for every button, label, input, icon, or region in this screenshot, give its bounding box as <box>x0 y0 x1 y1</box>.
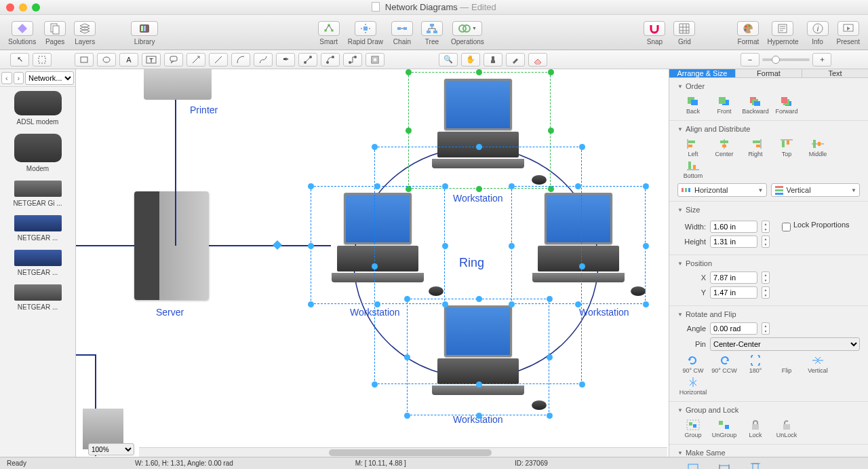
horizontal-scrollbar[interactable] <box>139 447 667 457</box>
same-height-button[interactable]: Height <box>740 461 771 469</box>
y-field[interactable] <box>710 286 757 299</box>
snap-button[interactable]: Snap <box>639 20 669 45</box>
width-stepper[interactable]: ▲▼ <box>762 221 770 233</box>
order-backward-button[interactable]: Backward <box>740 94 771 116</box>
textbox-tool[interactable]: T <box>142 53 161 67</box>
tab-text[interactable]: Text <box>802 69 868 77</box>
document-icon <box>372 2 380 12</box>
connector2-tool[interactable] <box>321 53 340 67</box>
stamp-tool[interactable] <box>484 53 502 67</box>
rotate-180-button[interactable]: 180° <box>740 354 771 375</box>
grid-button[interactable]: Grid <box>669 20 699 45</box>
rotate-cw-button[interactable]: 90° CW <box>677 354 709 375</box>
ellipse-tool[interactable] <box>97 53 116 67</box>
info-button[interactable]: iInfo <box>803 20 833 45</box>
connector1-tool[interactable] <box>298 53 317 67</box>
height-field[interactable] <box>710 236 757 248</box>
same-width-button[interactable]: Width <box>709 461 740 469</box>
tab-format[interactable]: Format <box>736 69 802 77</box>
hand-tool[interactable]: ✋ <box>461 53 480 67</box>
order-forward-button[interactable]: Forward <box>771 94 802 116</box>
pointer-tool[interactable]: ↖ <box>10 53 29 67</box>
printer-node[interactable] <box>144 69 212 100</box>
align-left-button[interactable]: Left <box>677 137 709 159</box>
width-field[interactable] <box>710 221 757 233</box>
library-back-button[interactable]: ‹ <box>1 72 12 84</box>
x-field[interactable] <box>710 271 757 284</box>
library-button[interactable]: Library <box>127 20 162 45</box>
format-button[interactable]: Format <box>733 20 763 45</box>
container-tool[interactable] <box>366 53 384 67</box>
zoom-out-button[interactable]: − <box>741 53 760 67</box>
drawing-canvas[interactable]: Printer Server Ring Workstation Workstat… <box>76 69 669 457</box>
pages-button[interactable]: Pages <box>40 20 70 45</box>
flip-horizontal-button[interactable]: Horizontal <box>677 375 709 397</box>
smart-button[interactable]: Smart <box>314 20 344 45</box>
align-right-button[interactable]: Right <box>740 137 771 159</box>
arc-tool[interactable] <box>231 53 250 67</box>
shape-netgear-4[interactable]: NETGEAR ... <box>0 284 75 311</box>
rect-tool[interactable] <box>75 53 94 67</box>
pin-select[interactable]: Center-Center <box>710 337 860 351</box>
tree-button[interactable]: Tree <box>417 20 447 45</box>
tab-arrange[interactable]: Arrange & Size <box>669 69 736 77</box>
angle-stepper[interactable]: ▲▼ <box>762 322 770 335</box>
library-selector[interactable]: Network... <box>25 71 74 85</box>
zoom-tool[interactable]: 🔍 <box>439 53 458 67</box>
ungroup-button[interactable]: UnGroup <box>709 418 740 440</box>
height-stepper[interactable]: ▲▼ <box>762 236 770 248</box>
same-size-button[interactable]: Size <box>677 461 709 469</box>
server-node[interactable] <box>134 191 209 300</box>
hypernote-button[interactable]: Hypernote <box>763 20 802 45</box>
shape-list[interactable]: ADSL modem Modem NETGEAR Gi ... NETGEAR … <box>0 87 75 457</box>
shape-toolbar: ↖ A T ✒ 🔍 ✋ − ＋ <box>0 50 868 69</box>
angle-field[interactable] <box>710 322 757 335</box>
distribute-horizontal-select[interactable]: Horizontal▼ <box>677 183 767 197</box>
layers-button[interactable]: Layers <box>70 20 100 45</box>
callout-tool[interactable] <box>164 53 183 67</box>
eyedropper-tool[interactable] <box>506 53 525 67</box>
x-stepper[interactable]: ▲▼ <box>762 271 770 284</box>
order-front-button[interactable]: Front <box>709 94 740 116</box>
lock-proportions-checkbox[interactable] <box>782 223 791 231</box>
align-top-button[interactable]: Top <box>771 137 802 159</box>
present-button[interactable]: Present <box>833 20 864 45</box>
y-stepper[interactable]: ▲▼ <box>762 286 770 299</box>
line-tool[interactable] <box>209 53 228 67</box>
library-forward-button[interactable]: › <box>14 72 24 84</box>
align-middle-button[interactable]: Middle <box>802 137 833 159</box>
minimize-window-button[interactable] <box>19 3 27 12</box>
zoom-slider[interactable] <box>762 58 810 61</box>
marquee-tool[interactable] <box>33 53 52 67</box>
zoom-in-button[interactable]: ＋ <box>812 53 831 67</box>
operations-button[interactable]: ▼Operations <box>447 20 488 45</box>
group-button[interactable]: Group <box>677 418 709 440</box>
window-controls[interactable] <box>6 3 40 12</box>
text-tool[interactable]: A <box>119 53 138 67</box>
lock-button[interactable]: Lock <box>740 418 771 440</box>
pen-tool[interactable]: ✒ <box>276 53 295 67</box>
rapid-draw-button[interactable]: Rapid Draw <box>344 20 387 45</box>
shape-netgear-2[interactable]: NETGEAR ... <box>0 215 75 242</box>
chain-button[interactable]: Chain <box>387 20 417 45</box>
distribute-vertical-select[interactable]: Vertical▼ <box>771 183 861 197</box>
arrow-tool[interactable] <box>186 53 205 67</box>
zoom-level-select[interactable]: 100% <box>88 443 134 455</box>
zoom-window-button[interactable] <box>32 3 40 12</box>
flip-vertical-button[interactable]: Vertical <box>802 354 833 375</box>
solutions-button[interactable]: Solutions <box>4 20 40 45</box>
rotate-ccw-button[interactable]: 90° CCW <box>709 354 740 375</box>
shape-netgear-3[interactable]: NETGEAR ... <box>0 250 75 276</box>
eraser-tool[interactable] <box>528 53 547 67</box>
shape-netgear-gi[interactable]: NETGEAR Gi ... <box>0 181 75 207</box>
unlock-button[interactable]: UnLock <box>771 418 802 440</box>
order-back-button[interactable]: Back <box>677 94 709 116</box>
align-center-button[interactable]: Center <box>709 137 740 159</box>
align-bottom-button[interactable]: Bottom <box>677 159 709 181</box>
spline-tool[interactable] <box>254 53 273 67</box>
connector3-tool[interactable] <box>343 53 362 67</box>
status-mouse-coord: M: [ 10.11, 4.88 ] <box>342 459 420 467</box>
shape-adsl-modem[interactable]: ADSL modem <box>0 91 75 126</box>
shape-modem[interactable]: Modem <box>0 134 75 172</box>
close-window-button[interactable] <box>6 3 14 12</box>
